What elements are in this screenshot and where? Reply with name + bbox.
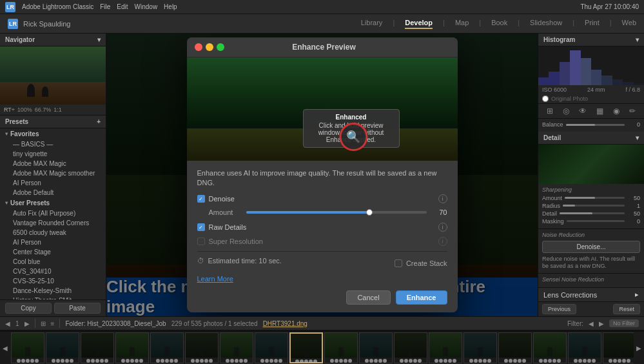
toolbar-nav-left[interactable]: ◀ xyxy=(5,320,10,327)
nav-zoom-rt[interactable]: RT÷ xyxy=(4,106,15,113)
tool-spot[interactable]: ◎ xyxy=(563,106,569,116)
user-presets-group-header[interactable]: ▾ User Presets xyxy=(0,197,106,208)
filmstrip-thumb-10[interactable] xyxy=(324,332,358,363)
previous-button[interactable]: Previous xyxy=(542,304,576,314)
filmstrip-thumb-1[interactable] xyxy=(11,332,44,363)
filmstrip-thumb-5[interactable] xyxy=(150,332,184,363)
filmstrip-thumb-12[interactable] xyxy=(394,332,427,363)
denoise-button[interactable]: Denoise... xyxy=(542,241,640,253)
cancel-button[interactable]: Cancel xyxy=(346,290,390,305)
lens-corrections-arrow[interactable]: ▸ xyxy=(635,290,639,299)
toolbar-filter-nav-left[interactable]: ◀ xyxy=(589,320,594,327)
filmstrip-thumb-16[interactable] xyxy=(533,332,567,363)
denoise-info-icon[interactable]: i xyxy=(438,194,447,203)
sharpening-amount-fill xyxy=(565,197,594,199)
filmstrip-thumb-14[interactable] xyxy=(463,332,497,363)
traffic-light-yellow[interactable] xyxy=(206,43,213,51)
denoise-checkbox[interactable]: ✓ xyxy=(197,195,205,203)
filmstrip-thumb-2[interactable] xyxy=(46,332,79,363)
traffic-light-red[interactable] xyxy=(195,43,202,51)
preset-cvs-304[interactable]: CVS_304#10 xyxy=(0,267,106,276)
nav-zoom-100[interactable]: 100% xyxy=(17,106,32,113)
raw-details-checkbox[interactable]: ✓ xyxy=(197,223,205,231)
menu-help[interactable]: Help xyxy=(164,3,177,10)
preset-vignette[interactable]: tiny vignette xyxy=(0,149,106,159)
preset-cvs-35[interactable]: CVS-35-25-10 xyxy=(0,276,106,286)
toolbar-grid-icon[interactable]: ⊞ xyxy=(41,320,46,327)
preset-ai-person-user[interactable]: AI Person xyxy=(0,238,106,247)
filmstrip-thumb-4[interactable] xyxy=(115,332,149,363)
favorites-group-header[interactable]: ▾ Favorites xyxy=(0,128,106,139)
navigator-arrow[interactable]: ▾ xyxy=(97,36,101,43)
preset-auto-fix[interactable]: Auto Fix (All Purpose) xyxy=(0,208,106,218)
presets-plus[interactable]: + xyxy=(97,118,101,125)
detail-arrow[interactable]: ▾ xyxy=(636,134,639,141)
sharpening-detail-slider[interactable] xyxy=(560,212,625,214)
toolbar-filter-nav-right[interactable]: ▶ xyxy=(599,320,604,327)
learn-more-link[interactable]: Learn More xyxy=(197,275,233,283)
menu-edit[interactable]: Edit xyxy=(117,3,128,10)
copy-button[interactable]: Copy xyxy=(5,303,52,314)
filmstrip-thumb-15[interactable] xyxy=(498,332,532,363)
filmstrip-thumb-7[interactable] xyxy=(220,332,253,363)
navigator-thumbnail[interactable] xyxy=(0,46,106,105)
filmstrip-thumb-3[interactable] xyxy=(81,332,114,363)
traffic-light-green[interactable] xyxy=(217,43,224,51)
toolbar-filename[interactable]: DHRT3921.dng xyxy=(263,320,307,327)
module-book[interactable]: Book xyxy=(491,19,507,29)
toolbar-nav-right[interactable]: ▶ xyxy=(24,320,30,327)
nav-zoom-66[interactable]: 66.7% xyxy=(35,106,52,113)
module-print[interactable]: Print xyxy=(585,19,600,29)
filmstrip-thumb-18[interactable] xyxy=(603,332,634,363)
toolbar-list-icon[interactable]: ≡ xyxy=(51,320,55,327)
tool-redeye[interactable]: 👁 xyxy=(579,106,587,116)
nav-zoom-1to1[interactable]: 1:1 xyxy=(54,106,62,113)
sharpening-radius-slider[interactable] xyxy=(563,205,625,207)
preset-adobe-max-smoother[interactable]: Adobe MAX Magic smoother xyxy=(0,168,106,178)
tool-brush[interactable]: ✏ xyxy=(629,106,636,116)
preset-dance-kelsey[interactable]: Dance-Kelsey-Smith xyxy=(0,286,106,296)
menu-window[interactable]: Window xyxy=(135,3,158,10)
preset-6500[interactable]: 6500 cloudy tweak xyxy=(0,228,106,238)
filmstrip-thumb-9[interactable] xyxy=(289,332,323,363)
module-slideshow[interactable]: Slideshow xyxy=(530,19,562,29)
preset-adobe-max[interactable]: Adobe MAX Magic xyxy=(0,159,106,168)
preset-ai-person[interactable]: AI Person xyxy=(0,178,106,188)
module-map[interactable]: Map xyxy=(455,19,469,29)
preset-basics[interactable]: — BASICS — xyxy=(0,139,106,149)
amount-slider-track[interactable] xyxy=(246,211,427,214)
magnifier-button[interactable]: 🔍 xyxy=(339,123,367,151)
modal-preview-image[interactable]: Enhanced Click and hold preview window t… xyxy=(187,57,458,161)
paste-button[interactable]: Paste xyxy=(54,303,101,314)
sharpening-masking-slider[interactable] xyxy=(567,220,625,222)
super-resolution-checkbox[interactable] xyxy=(197,238,205,245)
histogram-arrow[interactable]: ▾ xyxy=(636,36,639,43)
filmstrip-thumb-13[interactable] xyxy=(429,332,462,363)
filmstrip-thumb-17[interactable] xyxy=(568,332,601,363)
filmstrip-thumb-8[interactable] xyxy=(255,332,288,363)
enhance-button[interactable]: Enhance xyxy=(396,290,447,305)
tool-gradient[interactable]: ▦ xyxy=(596,106,603,116)
super-resolution-info-icon[interactable]: i xyxy=(438,237,447,246)
tool-crop[interactable]: ⊞ xyxy=(547,106,553,116)
create-stack-checkbox[interactable] xyxy=(395,259,402,267)
toolbar-filter-value[interactable]: No Filter xyxy=(609,319,639,327)
module-develop[interactable]: Develop xyxy=(405,19,433,29)
original-photo-radio[interactable] xyxy=(542,96,549,102)
preset-cool-blue[interactable]: Cool blue xyxy=(0,257,106,267)
tool-radial[interactable]: ◉ xyxy=(613,106,620,116)
preset-vantage[interactable]: Vantage Rounded Corners xyxy=(0,218,106,228)
reset-button[interactable]: Reset xyxy=(613,304,640,314)
raw-details-info-icon[interactable]: i xyxy=(438,223,447,232)
filmstrip-thumb-6[interactable] xyxy=(185,332,219,363)
menu-file[interactable]: File xyxy=(100,3,110,10)
balance-slider[interactable] xyxy=(566,124,625,126)
filmstrip-scroll-right[interactable]: ▶ xyxy=(634,345,644,352)
filmstrip-scroll-left[interactable]: ◀ xyxy=(0,345,10,352)
preset-adobe-default[interactable]: Adobe Default xyxy=(0,188,106,197)
module-library[interactable]: Library xyxy=(361,19,383,29)
sharpening-amount-slider[interactable] xyxy=(565,197,625,199)
filmstrip-thumb-11[interactable] xyxy=(359,332,393,363)
preset-center-stage[interactable]: Center Stage xyxy=(0,247,106,257)
module-web[interactable]: Web xyxy=(622,19,636,29)
